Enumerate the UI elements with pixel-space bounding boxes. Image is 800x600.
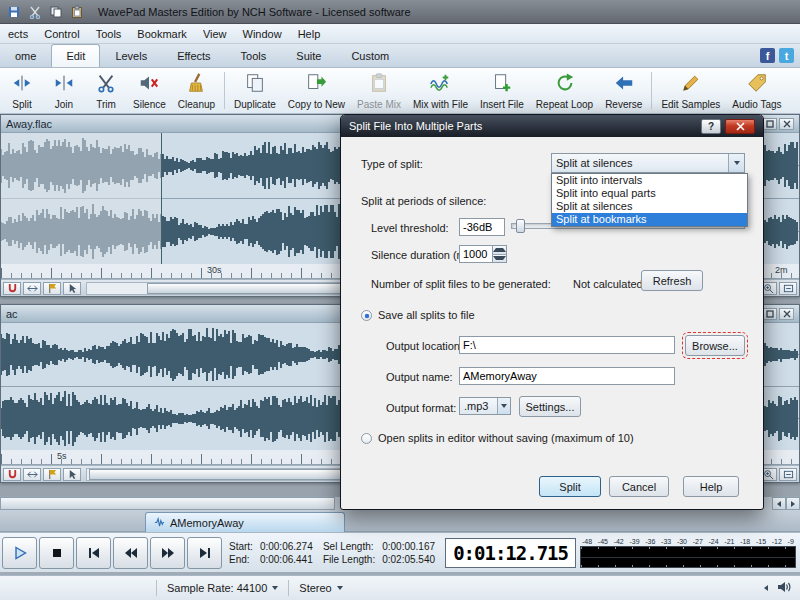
slider-thumb[interactable] [516,219,525,233]
scroll-thumb[interactable] [0,497,335,510]
channels-selector[interactable]: Stereo [295,582,346,594]
meter-bar [580,546,796,568]
select-tool-icon[interactable] [63,282,81,295]
stop-button[interactable] [39,537,74,569]
silence-button[interactable]: Silence [127,69,172,112]
facebook-icon[interactable]: f [760,48,775,63]
maximize-icon[interactable] [762,308,777,320]
dropdown-option[interactable]: Split into equal parts [552,187,747,200]
insert-file-button[interactable]: Insert File [474,69,530,112]
marker-icon[interactable] [43,282,61,295]
spinner-down-icon[interactable] [493,254,506,263]
close-icon[interactable] [779,308,794,320]
silence-duration-spinner[interactable] [459,245,507,263]
reverse-button[interactable]: Reverse [599,69,648,112]
menu-window[interactable]: Window [235,25,290,43]
scroll-mode-icon[interactable] [23,282,41,295]
close-icon[interactable] [779,118,794,130]
output-location-input[interactable] [459,336,675,354]
chevron-down-icon[interactable] [728,154,744,172]
go-to-start-button[interactable] [76,537,111,569]
menu-bookmark[interactable]: Bookmark [129,25,195,43]
collapse-left-icon[interactable] [764,585,768,591]
play-button[interactable] [2,537,37,569]
menu-tools[interactable]: Tools [88,25,130,43]
maximize-icon[interactable] [762,118,777,130]
menu-control[interactable]: Control [36,25,87,43]
spinner-up-icon[interactable] [493,246,506,254]
browse-button[interactable]: Browse... [685,335,745,356]
edit-samples-button[interactable]: Edit Samples [655,69,726,112]
scroll-left-icon[interactable] [772,497,786,510]
copy-icon[interactable] [48,4,64,20]
refresh-button[interactable]: Refresh [641,270,703,291]
save-icon[interactable] [6,4,22,20]
type-of-split-combobox[interactable]: Split at silences [551,153,745,173]
level-threshold-input[interactable] [459,218,505,236]
split-button[interactable]: Split [1,69,43,112]
document-tab-amemoryaway[interactable]: AMemoryAway [145,512,345,532]
settings-button[interactable]: Settings... [519,396,581,417]
save-splits-radio[interactable]: Save all splits to file [361,309,475,321]
paste-icon[interactable] [69,4,85,20]
copy-to-new-button[interactable]: Copy to New [282,69,351,112]
speaker-icon[interactable] [776,579,792,597]
zoom-full-icon[interactable] [779,282,797,295]
audio-tags-button[interactable]: Audio Tags [726,69,787,112]
help-button[interactable]: Help [683,476,739,497]
repeat-loop-button[interactable]: Repeat Loop [530,69,599,112]
rewind-icon [123,545,139,561]
cut-icon[interactable] [27,4,43,20]
toolbar-label: Cleanup [178,99,215,110]
chevron-down-icon[interactable] [497,398,510,414]
tab-tools[interactable]: Tools [226,44,282,67]
snap-icon[interactable] [3,468,21,481]
tab-custom[interactable]: Custom [336,44,404,67]
dialog-titlebar[interactable]: Split File Into Multiple Parts ? [341,115,763,137]
menu-effects[interactable]: ects [0,25,36,43]
stop-icon [49,545,65,561]
dropdown-option[interactable]: Split into intervals [552,174,747,187]
split-confirm-button[interactable]: Split [539,476,601,497]
marker-icon[interactable] [43,468,61,481]
join-button[interactable]: Join [43,69,85,112]
duplicate-button[interactable]: Duplicate [228,69,282,112]
rewind-button[interactable] [113,537,148,569]
trim-button[interactable]: Trim [85,69,127,112]
sample-rate-selector[interactable]: Sample Rate: 44100 [163,582,282,594]
zoom-full-icon[interactable] [779,468,797,481]
fast-forward-button[interactable] [150,537,185,569]
select-tool-icon[interactable] [63,468,81,481]
tab-levels[interactable]: Levels [100,44,162,67]
output-name-input[interactable] [459,367,675,385]
silence-section-label: Split at periods of silence: [361,195,486,207]
snap-icon[interactable] [3,282,21,295]
cleanup-button[interactable]: Cleanup [172,69,221,112]
dropdown-option-highlighted[interactable]: Split at bookmarks [552,213,747,226]
output-format-combobox[interactable]: .mp3 [459,397,511,415]
tab-edit[interactable]: Edit [51,44,100,67]
scroll-right-icon[interactable] [786,497,800,510]
twitter-icon[interactable]: t [779,48,794,63]
start-label: Start: [229,541,253,552]
tab-effects[interactable]: Effects [162,44,225,67]
toolbar-label: Repeat Loop [536,99,593,110]
open-splits-radio[interactable]: Open splits in editor without saving (ma… [361,432,634,444]
dialog-help-button[interactable]: ? [701,119,721,134]
dropdown-option[interactable]: Split at silences [552,200,747,213]
dialog-close-button[interactable] [725,119,755,134]
menu-view[interactable]: View [195,25,235,43]
mix-with-file-button[interactable]: Mix with File [407,69,474,112]
cancel-button[interactable]: Cancel [609,476,669,497]
window-titlebar[interactable]: WavePad Masters Edition by NCH Software … [0,0,800,24]
scroll-mode-icon[interactable] [23,468,41,481]
toolbar-label: Edit Samples [661,99,720,110]
tab-home[interactable]: ome [0,44,51,67]
silence-duration-input[interactable] [459,245,493,263]
radio-unchecked-icon[interactable] [361,433,372,444]
tab-suite[interactable]: Suite [281,44,336,67]
go-to-end-button[interactable] [187,537,222,569]
radio-checked-icon[interactable] [361,310,372,321]
menu-help[interactable]: Help [290,25,329,43]
time-marker: 30s [207,265,222,275]
